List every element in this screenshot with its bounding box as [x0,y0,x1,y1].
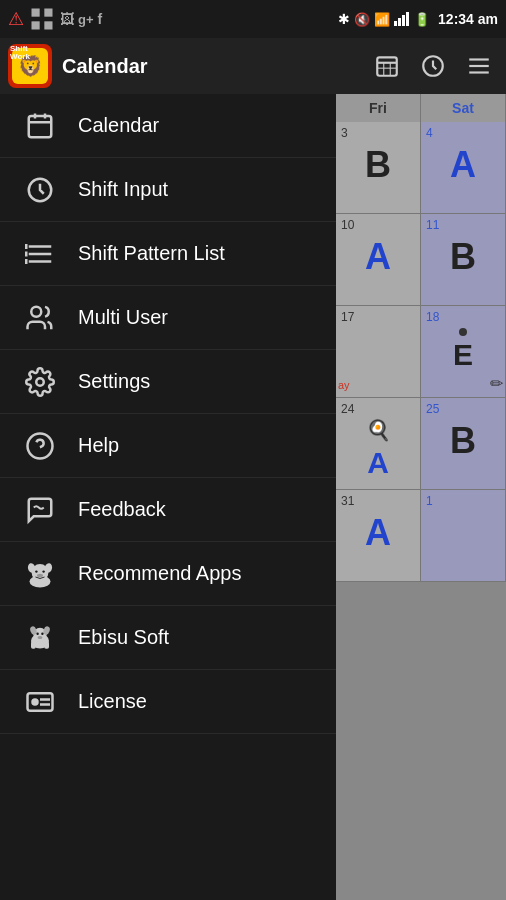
grid-status-icon [28,5,56,33]
svg-rect-46 [31,641,36,648]
ebisu-menu-label: Ebisu Soft [78,626,169,649]
cal-cell-18[interactable]: 18 E ✏ [421,306,506,397]
cal-letter-11: B [450,236,476,278]
svg-rect-26 [25,251,28,256]
cal-num-4: 4 [426,126,500,140]
svg-point-28 [31,306,41,316]
svg-rect-47 [44,641,49,648]
cal-num-10: 10 [341,218,415,232]
cal-num-18: 18 [426,310,500,324]
alert-icon: ⚠ [8,8,24,30]
cal-cell-3[interactable]: 3 B [336,122,421,213]
cal-cell-1[interactable]: 1 [421,490,506,581]
cal-cell-11[interactable]: 11 B [421,214,506,305]
svg-rect-0 [32,9,40,17]
status-icons-left: ⚠ 🖼 g+ f [8,5,102,33]
cal-cell-24[interactable]: 24 🍳 A [336,398,421,489]
cal-num-31: 31 [341,494,415,508]
menu-item-help[interactable]: Help [0,414,336,478]
svg-rect-5 [398,18,401,26]
help-menu-icon [20,426,60,466]
clock-view-button[interactable] [414,47,452,85]
app-logo: 🦁 ShiftWork [8,44,52,88]
svg-rect-8 [377,57,397,75]
menu-item-shift-pattern[interactable]: Shift Pattern List [0,222,336,286]
cal-letter-3: B [365,144,391,186]
svg-rect-24 [29,260,52,263]
menu-item-settings[interactable]: Settings [0,350,336,414]
sat-header: Sat [421,94,506,122]
cal-row-5: 31 A 1 [336,490,506,582]
cal-row-4: 24 🍳 A 25 B [336,398,506,490]
app-bar-actions [368,47,498,85]
svg-point-37 [42,570,44,572]
multi-user-menu-label: Multi User [78,306,168,329]
chef-icon-24: 🍳 [366,418,391,442]
cal-row-3: 17 ay 18 E ✏ [336,306,506,398]
status-bar: ⚠ 🖼 g+ f ✱ 🔇 📶 🔋 12:34 am [0,0,506,38]
menu-item-feedback[interactable]: Feedback [0,478,336,542]
day-label: ay [338,379,350,391]
list-view-icon [466,53,492,79]
svg-rect-14 [469,58,489,60]
menu-item-multi-user[interactable]: Multi User [0,286,336,350]
battery-icon: 🔋 [414,12,430,27]
cal-cell-31[interactable]: 31 A [336,490,421,581]
svg-rect-6 [402,15,405,26]
cal-cell-25[interactable]: 25 B [421,398,506,489]
calendar-grid-icon [374,53,400,79]
edit-icon-18[interactable]: ✏ [490,374,503,393]
cal-num-3: 3 [341,126,415,140]
status-time: 12:34 am [438,11,498,27]
app-bar: 🦁 ShiftWork Calendar [0,38,506,94]
shift-pattern-menu-icon [20,234,60,274]
cal-letter-31: A [365,512,391,554]
svg-rect-3 [44,21,52,29]
app-title: Calendar [62,55,368,78]
settings-menu-icon [20,362,60,402]
ebisu-menu-icon [20,618,60,658]
menu-item-calendar[interactable]: Calendar [0,94,336,158]
cal-cell-17[interactable]: 17 ay [336,306,421,397]
menu-item-recommend[interactable]: Recommend Apps [0,542,336,606]
main-layout: Calendar Shift Input Shift Pattern List [0,94,506,900]
calendar-panel: Fri Sat 3 B 4 A 10 A 11 B [336,94,506,900]
license-menu-icon [20,682,60,722]
calendar-menu-label: Calendar [78,114,159,137]
cal-num-25: 25 [426,402,500,416]
menu-item-shift-input[interactable]: Shift Input [0,158,336,222]
image-icon: 🖼 [60,11,74,27]
svg-point-45 [38,635,43,638]
cal-row-2: 10 A 11 B [336,214,506,306]
calendar-header: Fri Sat [336,94,506,122]
svg-point-44 [41,632,43,634]
svg-rect-17 [29,116,52,137]
settings-menu-label: Settings [78,370,150,393]
svg-rect-25 [25,244,28,249]
svg-rect-27 [25,259,28,264]
svg-rect-22 [29,245,52,248]
menu-item-ebisu[interactable]: Ebisu Soft [0,606,336,670]
recommend-menu-label: Recommend Apps [78,562,241,585]
cal-letter-25: B [450,420,476,462]
signal-icon [394,12,410,26]
status-icons-right: ✱ 🔇 📶 🔋 12:34 am [338,11,498,27]
list-view-button[interactable] [460,47,498,85]
cal-cell-10[interactable]: 10 A [336,214,421,305]
cal-cell-4[interactable]: 4 A [421,122,506,213]
bluetooth-icon: ✱ [338,11,350,27]
svg-point-29 [36,378,44,386]
svg-point-43 [36,632,38,634]
cal-num-11: 11 [426,218,500,232]
drawer-menu: Calendar Shift Input Shift Pattern List [0,94,336,900]
feedback-menu-icon [20,490,60,530]
facebook-icon: f [98,11,103,27]
fri-header: Fri [336,94,421,122]
multi-user-menu-icon [20,298,60,338]
calendar-view-button[interactable] [368,47,406,85]
svg-rect-7 [406,12,409,26]
clock-icon [420,53,446,79]
menu-item-license[interactable]: License [0,670,336,734]
cal-letter-10: A [365,236,391,278]
cal-letter-24: A [367,446,389,480]
